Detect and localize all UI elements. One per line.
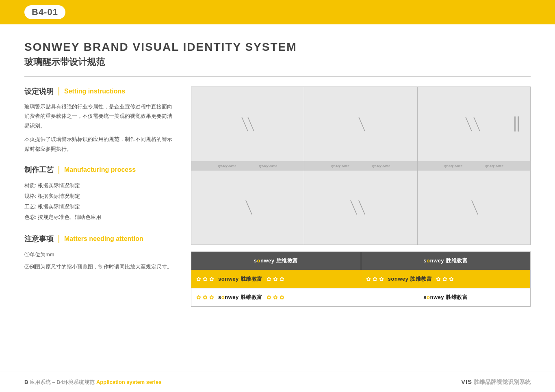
setting-heading: 设定说明 Setting instructions bbox=[24, 87, 175, 96]
title-section: SONWEY BRAND VISUAL IDENTITY SYSTEM 玻璃醒示… bbox=[24, 41, 531, 68]
slash-marks-3 bbox=[460, 113, 488, 135]
slash-marks-1b bbox=[236, 196, 260, 219]
panel1-strip: ignacy name ignacy name bbox=[191, 161, 304, 171]
sun-5: ✿ bbox=[273, 276, 278, 282]
footer-right: VIS 胜维品牌视觉识别系统 bbox=[461, 378, 531, 386]
window-panel-3: ignacy name ignacy name bbox=[418, 87, 530, 245]
right-column: ignacy name ignacy name bbox=[191, 87, 531, 307]
setting-en: Setting instructions bbox=[64, 88, 125, 95]
logo-white-1: sonwey 胜维教富 bbox=[254, 257, 298, 264]
logo-dark-2: sonwey 胜维教富 bbox=[388, 275, 432, 283]
manufacturing-en: Manufacturing process bbox=[64, 166, 136, 173]
svg-line-8 bbox=[472, 200, 478, 214]
footer-text: 应用系统 – B4环境系统规范 bbox=[30, 379, 96, 385]
panel3-strip: ignacy name ignacy name bbox=[418, 161, 530, 171]
sun-6: ✿ bbox=[280, 276, 284, 282]
strip-label-3: ignacy name bbox=[331, 165, 349, 167]
sticker-cell-yellow-2: ✿ ✿ ✿ sonwey 胜维教富 ✿ ✿ ✿ bbox=[361, 270, 531, 288]
slash-marks-3b bbox=[462, 196, 486, 219]
svg-line-6 bbox=[466, 117, 472, 131]
heading-divider3 bbox=[59, 235, 59, 243]
logo-white-2: sonwey 胜维教富 bbox=[423, 257, 468, 264]
sun-y-6: ✿ bbox=[280, 294, 284, 301]
setting-body: 玻璃警示贴具有很强的行业专属性，是企业宣传过程中直接面向消费者的重要载体之一，不… bbox=[24, 102, 175, 154]
title-english: SONWEY BRAND VISUAL IDENTITY SYSTEM bbox=[24, 41, 531, 54]
title-divider bbox=[24, 76, 531, 77]
panel3-top bbox=[418, 87, 530, 161]
mfg-item-2: 规格: 根据实际情况制定 bbox=[24, 191, 175, 201]
logo-black-2: sonwey 胜维教富 bbox=[423, 294, 468, 301]
attention-heading: 注意事项 Matters needing attention bbox=[24, 234, 175, 244]
top-bar: B4-01 bbox=[0, 0, 555, 24]
mfg-item-4: 色彩: 按规定标准色、辅助色应用 bbox=[24, 212, 175, 223]
sun-y-3: ✿ bbox=[209, 294, 214, 301]
handle-bar-1 bbox=[514, 116, 516, 132]
strip-label-5: ignacy name bbox=[444, 165, 462, 167]
attention-item-2: ②例图为原尺寸的缩小预览图，制作时请同比放大至规定尺寸。 bbox=[24, 262, 175, 271]
panel2-bottom bbox=[304, 171, 417, 245]
logo-black-1: sonwey 胜维教富 bbox=[218, 294, 262, 301]
window-panel-2: ignacy name ignacy name bbox=[304, 87, 417, 245]
footer-left: B 应用系统 – B4环境系统规范 Application system ser… bbox=[24, 379, 161, 386]
panel1-bottom bbox=[191, 171, 304, 245]
sticker-cell-white-1: ✿ ✿ ✿ sonwey 胜维教富 ✿ ✿ ✿ bbox=[191, 288, 361, 306]
sun-4: ✿ bbox=[267, 276, 271, 282]
sun-2: ✿ bbox=[203, 276, 208, 282]
manufacturing-heading: 制作工艺 Manufacturing process bbox=[24, 165, 175, 175]
sticker-row-3: ✿ ✿ ✿ sonwey 胜维教富 ✿ ✿ ✿ sonwey 胜维教富 bbox=[191, 288, 530, 306]
strip-label-6: ignacy name bbox=[485, 165, 503, 167]
sticker-container: sonwey 胜维教富 sonwey 胜维教富 ✿ ✿ ✿ sonwey 胜维教… bbox=[191, 251, 531, 307]
sun-7: ✿ bbox=[366, 276, 371, 282]
svg-line-5 bbox=[359, 200, 365, 214]
mfg-item-3: 工艺: 根据实际情况制定 bbox=[24, 201, 175, 212]
left-column: 设定说明 Setting instructions 玻璃警示贴具有很强的行业专属… bbox=[24, 87, 175, 307]
setting-para2: 本页提供了玻璃警示贴标识的应用的规范，制作不同规格的警示贴时都应参照执行。 bbox=[24, 134, 175, 154]
door-handle bbox=[514, 116, 519, 132]
strip-label-4: ignacy name bbox=[372, 165, 390, 167]
sun-3: ✿ bbox=[209, 276, 214, 282]
sun-10: ✿ bbox=[436, 276, 441, 282]
attention-en: Matters needing attention bbox=[64, 235, 143, 243]
svg-line-7 bbox=[474, 117, 480, 131]
main-content: SONWEY BRAND VISUAL IDENTITY SYSTEM 玻璃醒示… bbox=[0, 24, 555, 372]
sun-8: ✿ bbox=[373, 276, 377, 282]
heading-divider bbox=[59, 87, 59, 95]
sticker-row-1: sonwey 胜维教富 sonwey 胜维教富 bbox=[191, 252, 530, 270]
content-layout: 设定说明 Setting instructions 玻璃警示贴具有很强的行业专属… bbox=[24, 87, 531, 307]
manufacturing-body: 材质: 根据实际情况制定 规格: 根据实际情况制定 工艺: 根据实际情况制定 色… bbox=[24, 180, 175, 223]
logo-dark-1: sonwey 胜维教富 bbox=[218, 275, 262, 283]
heading-divider2 bbox=[59, 166, 59, 174]
svg-line-4 bbox=[351, 200, 357, 214]
slash-marks-1 bbox=[236, 113, 260, 135]
sun-9: ✿ bbox=[379, 276, 384, 282]
svg-line-3 bbox=[359, 117, 365, 131]
attention-zh: 注意事项 bbox=[24, 234, 54, 244]
strip-label-1: ignacy name bbox=[218, 165, 236, 167]
sticker-cell-yellow-1: ✿ ✿ ✿ sonwey 胜维教富 ✿ ✿ ✿ bbox=[191, 270, 361, 288]
footer-yellow: Application system series bbox=[96, 379, 161, 385]
footer-brand: 胜维品牌视觉识别系统 bbox=[474, 379, 531, 385]
svg-line-1 bbox=[248, 117, 254, 131]
manufacturing-zh: 制作工艺 bbox=[24, 165, 54, 175]
sun-y-4: ✿ bbox=[267, 294, 271, 301]
mfg-item-1: 材质: 根据实际情况制定 bbox=[24, 180, 175, 191]
setting-zh: 设定说明 bbox=[24, 87, 54, 96]
sun-y-1: ✿ bbox=[196, 294, 201, 301]
svg-line-0 bbox=[242, 117, 248, 131]
sun-y-5: ✿ bbox=[273, 294, 278, 301]
sun-11: ✿ bbox=[442, 276, 447, 282]
panel2-strip: ignacy name ignacy name bbox=[304, 161, 417, 171]
setting-para1: 玻璃警示贴具有很强的行业专属性，是企业宣传过程中直接面向消费者的重要载体之一，不… bbox=[24, 102, 175, 130]
panel3-bottom bbox=[418, 171, 530, 245]
sticker-cell-dark-2: sonwey 胜维教富 bbox=[361, 252, 531, 270]
window-diagram: ignacy name ignacy name bbox=[191, 87, 531, 245]
sun-12: ✿ bbox=[449, 276, 454, 282]
sticker-cell-dark-1: sonwey 胜维教富 bbox=[191, 252, 361, 270]
sticker-cell-white-2: sonwey 胜维教富 bbox=[361, 288, 531, 306]
slash-marks-2b bbox=[345, 196, 377, 219]
attention-item-1: ①单位为mm bbox=[24, 249, 175, 260]
vis-label: VIS bbox=[461, 378, 472, 385]
sticker-row-2: ✿ ✿ ✿ sonwey 胜维教富 ✿ ✿ ✿ ✿ ✿ ✿ sonwey 胜维教… bbox=[191, 270, 530, 288]
sun-y-2: ✿ bbox=[203, 294, 208, 301]
window-panel-1: ignacy name ignacy name bbox=[191, 87, 304, 245]
